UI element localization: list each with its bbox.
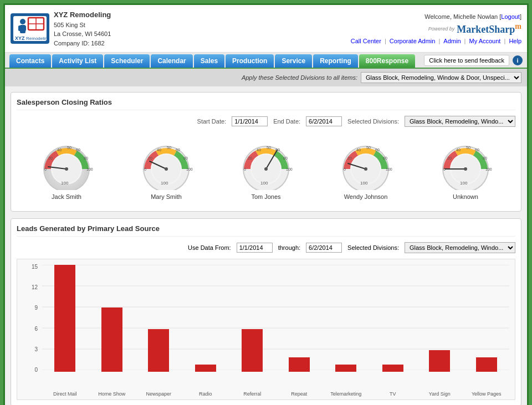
feedback-button[interactable]: Click here to send feedback <box>424 55 509 66</box>
svg-text:20: 20 <box>447 156 452 160</box>
closing-divisions-label: Selected Divisions: <box>347 118 399 125</box>
division-select[interactable]: Glass Block, Remodeling, Window & Door, … <box>361 72 521 83</box>
bar[interactable] <box>429 350 450 372</box>
company-address1: 505 King St <box>54 20 111 30</box>
company-name: XYZ Remodeling <box>54 9 111 20</box>
svg-rect-4 <box>18 25 21 31</box>
tab-800response[interactable]: 800Response <box>359 54 415 68</box>
chart-divisions-label: Selected Divisions: <box>347 244 399 251</box>
svg-text:50: 50 <box>67 146 71 150</box>
bar[interactable] <box>382 365 403 372</box>
company-logo: XYZ Remodeling <box>11 13 49 44</box>
bar[interactable] <box>242 329 263 372</box>
division-label: Apply these Selected Divisions to all it… <box>242 74 357 81</box>
bar[interactable] <box>54 265 75 372</box>
company-id: Company ID: 1682 <box>54 39 111 48</box>
svg-point-23 <box>65 167 68 171</box>
tab-calendar[interactable]: Calendar <box>151 54 192 68</box>
gauges-row: 0 20 40 50 60 80 100 100 Jack Smith <box>17 135 515 206</box>
svg-text:60: 60 <box>375 148 380 152</box>
bar-item <box>183 265 229 372</box>
gauge-svg-mary: 0 20 40 50 60 80 100 100 <box>136 140 197 190</box>
closing-divisions-select[interactable]: Glass Block, Remodeling, Windo... <box>405 116 515 127</box>
svg-text:100: 100 <box>460 181 468 186</box>
chart-divisions-select[interactable]: Glass Block, Remodeling, Windo... <box>405 242 515 253</box>
closing-ratios-panel: Salesperson Closing Ratios Start Date: E… <box>11 92 521 212</box>
svg-point-2 <box>20 19 25 24</box>
svg-text:40: 40 <box>57 148 62 152</box>
bar-item <box>370 265 416 372</box>
svg-text:50: 50 <box>267 146 271 150</box>
tab-contacts[interactable]: Contacts <box>9 54 51 68</box>
info-icon[interactable]: i <box>513 55 523 65</box>
bar-x-label: Newspaper <box>136 391 182 397</box>
y-axis: 15 12 9 6 3 0 <box>17 264 40 373</box>
bar[interactable] <box>101 307 122 372</box>
svg-text:0: 0 <box>44 167 47 171</box>
bar[interactable] <box>148 329 169 372</box>
bar-item <box>464 265 510 372</box>
bar-x-label: TV <box>370 391 416 397</box>
app-container: XYZ Remodeling XYZ Remodeling 505 King S… <box>3 3 529 405</box>
closing-ratios-title: Salesperson Closing Ratios <box>17 98 515 110</box>
tab-scheduler[interactable]: Scheduler <box>104 54 150 68</box>
svg-text:80: 80 <box>183 156 188 160</box>
tab-production[interactable]: Production <box>226 54 274 68</box>
svg-text:50: 50 <box>366 146 371 150</box>
svg-text:100: 100 <box>286 167 293 171</box>
x-labels-wrapper: Direct MailHome ShowNewspaperRadioReferr… <box>42 391 509 397</box>
bar[interactable] <box>335 365 356 372</box>
svg-text:40: 40 <box>356 148 361 152</box>
svg-text:80: 80 <box>84 156 88 160</box>
gauge-unknown: 0 20 40 50 60 80 100 100 Unknown <box>435 140 496 200</box>
svg-text:100: 100 <box>485 167 492 171</box>
logout-link[interactable]: Logout <box>501 13 520 20</box>
bar-item <box>277 265 323 372</box>
svg-text:20: 20 <box>347 156 352 160</box>
gauge-jack-smith: 0 20 40 50 60 80 100 100 Jack Smith <box>36 140 97 200</box>
help-link[interactable]: Help <box>509 38 521 44</box>
gauge-svg-jack: 0 20 40 50 60 80 100 100 <box>36 140 97 190</box>
gauge-controls: Start Date: End Date: Selected Divisions… <box>17 116 515 127</box>
svg-text:100: 100 <box>186 167 193 171</box>
tab-sales[interactable]: Sales <box>194 54 224 68</box>
chart-controls: Use Data From: through: Selected Divisio… <box>17 242 515 253</box>
chart-end-date[interactable] <box>306 243 342 253</box>
bar[interactable] <box>476 357 497 372</box>
gauge-label-unknown: Unknown <box>453 193 478 200</box>
chart-start-date[interactable] <box>237 243 273 253</box>
closing-end-date[interactable] <box>306 116 342 126</box>
marketsharp-logo: Powered by MarketSharpm <box>351 22 521 35</box>
start-date-label: Start Date: <box>197 118 227 125</box>
svg-text:60: 60 <box>475 148 479 152</box>
bar[interactable] <box>289 357 310 372</box>
tab-activity-list[interactable]: Activity List <box>52 54 103 68</box>
main-content: Salesperson Closing Ratios Start Date: E… <box>5 86 527 405</box>
bar-x-label: Radio <box>183 391 229 397</box>
gauge-svg-wendy: 0 20 40 50 60 80 100 100 <box>335 140 396 190</box>
tab-reporting[interactable]: Reporting <box>313 54 358 68</box>
svg-text:100: 100 <box>360 181 368 186</box>
bar[interactable] <box>195 365 216 372</box>
corporate-admin-link[interactable]: Corporate Admin <box>390 38 436 44</box>
bars-wrapper <box>42 265 509 372</box>
call-center-link[interactable]: Call Center <box>351 38 381 44</box>
svg-text:60: 60 <box>76 148 80 152</box>
admin-link[interactable]: Admin <box>443 38 461 44</box>
svg-text:20: 20 <box>248 156 252 160</box>
company-address2: La Crosse, WI 54601 <box>54 29 111 39</box>
svg-text:100: 100 <box>86 167 93 171</box>
svg-text:80: 80 <box>383 156 387 160</box>
powered-by-text: Powered by <box>428 26 455 32</box>
svg-text:80: 80 <box>483 156 487 160</box>
gauge-label-mary: Mary Smith <box>151 193 182 200</box>
svg-text:100: 100 <box>386 167 392 171</box>
gauge-label-wendy: Wendy Johnson <box>344 193 388 200</box>
closing-start-date[interactable] <box>232 116 268 126</box>
my-account-link[interactable]: My Account <box>469 38 501 44</box>
marketsharp-brand: MarketSharpm <box>457 22 521 35</box>
svg-rect-5 <box>23 25 26 31</box>
bar-item <box>136 265 182 372</box>
tab-service[interactable]: Service <box>275 54 312 68</box>
svg-text:80: 80 <box>283 156 288 160</box>
